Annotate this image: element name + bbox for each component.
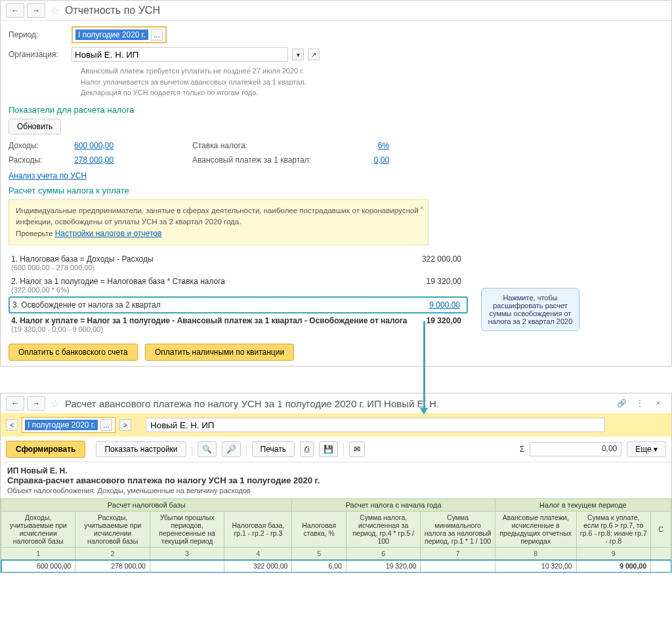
calc2-sub: (322 000,00 * 6%) (11, 286, 409, 294)
col-4: Налоговая база, гр.1 - гр.2 - гр.3 (224, 512, 292, 548)
period-label: Период: (9, 30, 68, 39)
refresh-button[interactable]: Обновить (9, 119, 61, 134)
back-button[interactable]: ← (6, 3, 24, 18)
expense-link[interactable]: 278 000,00 (74, 155, 114, 165)
table-container: Расчет налоговой базы Расчет налога с на… (1, 498, 671, 573)
col-5: Налоговая ставка, % (292, 512, 346, 548)
col-6: Сумма налога, исчисленная за период, гр.… (346, 512, 420, 548)
back-button-2[interactable]: ← (6, 396, 24, 411)
link-icon[interactable]: 🔗 (614, 396, 629, 411)
report-title: Справка-расчет авансового платежа по нал… (7, 475, 665, 485)
advance-link[interactable]: 0,00 (350, 155, 389, 165)
report-header: ИП Новый Е. Н. Справка-расчет авансового… (1, 462, 671, 498)
star-icon-2[interactable]: ☆ (51, 397, 60, 410)
exemption-row[interactable]: 3. Освобождение от налога за 2 квартал 9… (9, 296, 468, 313)
period-next-button[interactable]: > (119, 419, 131, 431)
arrow-icon (423, 321, 425, 413)
calc2-value: 19 320,00 (409, 277, 468, 294)
toolbar-top: ← → ☆ Отчетность по УСН (1, 1, 671, 21)
calc4-value: 19 320,00 (409, 316, 468, 333)
calc3-title: 3. Освобождение от налога за 2 квартал (12, 300, 408, 310)
zoom-in-button[interactable]: 🔍 (198, 441, 217, 457)
save-button[interactable]: 💾 (319, 441, 338, 457)
calc1-title: 1. Налоговая база = Доходы - Расходы (11, 254, 409, 264)
calc1-value: 322 000,00 (409, 254, 468, 271)
copy-button[interactable]: ⎙ (300, 441, 314, 457)
zoom-out-button[interactable]: 🔎 (222, 441, 241, 457)
show-settings-button[interactable]: Показать настройки (96, 441, 186, 457)
report-subtitle: Объект налогообложения: Доходы, уменьшен… (7, 487, 665, 494)
col-7: Сумма минимального налога за налоговый п… (421, 512, 495, 548)
col-1: Доходы, учитываемые при исчислении налог… (1, 512, 75, 548)
star-icon[interactable]: ☆ (51, 5, 60, 17)
period-select-button[interactable]: … (151, 29, 163, 41)
income-label: Доходы: (9, 141, 74, 150)
period-select-button-2[interactable]: … (100, 419, 112, 431)
group-header-1: Расчет налоговой базы (1, 499, 292, 512)
notice-close-icon[interactable]: × (419, 203, 424, 214)
period-bar: < I полугодие 2020 г. … > (1, 413, 671, 437)
section-indicators: Показатели для расчета налога (9, 105, 663, 115)
print-button[interactable]: Печать (252, 441, 295, 457)
period-input-2[interactable]: I полугодие 2020 г. … (22, 417, 116, 433)
action-bar: Сформировать Показать настройки 🔍 🔎 Печа… (1, 437, 671, 462)
generate-button[interactable]: Сформировать (6, 441, 85, 458)
data-row[interactable]: 600 000,00 278 000,00 322 000,00 6,00 19… (1, 560, 671, 573)
window-title: Отчетность по УСН (65, 5, 160, 16)
pay-cash-button[interactable]: Оплатить наличными по квитанции (145, 344, 294, 361)
period-prev-button[interactable]: < (6, 419, 18, 431)
report-org: ИП Новый Е. Н. (7, 466, 665, 475)
group-header-3: Налог в текущем периоде (495, 499, 671, 512)
income-link[interactable]: 600 000,00 (74, 141, 114, 150)
tax-settings-link[interactable]: Настройки налогов и отчетов (55, 229, 162, 238)
calculation-table: Расчет налоговой базы Расчет налога с на… (1, 498, 671, 573)
info-text: Авансовый платеж требуется уплатить не п… (81, 66, 663, 98)
rate-label: Ставка налога: (192, 141, 350, 150)
toolbar2: ← → ☆ Расчет авансового платежа по налог… (1, 393, 671, 413)
section-calculation: Расчет суммы налога к уплате (9, 186, 663, 195)
calc4-sub: (19 320,00 - 0,00 - 9 000,00) (11, 325, 409, 333)
expense-label: Расходы: (9, 155, 74, 165)
advance-label: Авансовый платеж за 1 квартал: (192, 155, 350, 165)
sum-box: 0,00 (530, 442, 621, 456)
window2-title: Расчет авансового платежа по налогу УСН … (65, 398, 611, 409)
col-10: С (651, 512, 671, 548)
col-2: Расходы, учитываемые при исчислении нало… (75, 512, 150, 548)
content-area: Период: I полугодие 2020 г. … Организаци… (1, 21, 671, 366)
more-icon[interactable]: ⋮ (632, 396, 648, 411)
org-open-button[interactable]: ↗ (308, 49, 320, 60)
exemption-value-link[interactable]: 9 000,00 (429, 300, 460, 310)
col-9: Сумма к уплате, если гр.6 > гр.7, то гр.… (576, 512, 650, 548)
callout-tooltip: Нажмите, чтобы расшифровать расчет суммы… (481, 288, 579, 331)
col-8: Авансовые платежи, исчисленные в предыду… (495, 512, 576, 548)
period-input[interactable]: I полугодие 2020 г. … (72, 26, 167, 43)
group-header-2: Расчет налога с начала года (292, 499, 495, 512)
more-button[interactable]: Еще ▾ (627, 441, 666, 457)
calc2-title: 2. Налог за 1 полугодие = Налоговая база… (11, 277, 409, 286)
analysis-link[interactable]: Анализ учета по УСН (9, 171, 87, 180)
usn-report-window: ← → ☆ Отчетность по УСН Период: I полуго… (0, 0, 672, 367)
org-label: Организация: (9, 50, 68, 59)
forward-button[interactable]: → (27, 3, 45, 18)
col-3: Убытки прошлых периодов, перенесенные на… (150, 512, 224, 548)
mail-button[interactable]: ✉ (349, 441, 365, 457)
org-input[interactable] (72, 47, 288, 62)
calc4-title: 4. Налог к уплате = Налог за 1 полугодие… (11, 316, 409, 325)
calculation-detail-window: ← → ☆ Расчет авансового платежа по налог… (0, 393, 672, 573)
sum-label: Σ (520, 445, 524, 454)
pay-bank-button[interactable]: Оплатить с банковского счета (9, 344, 138, 361)
close-icon[interactable]: × (650, 396, 666, 411)
calc1-sub: (600 000,00 - 278 000,00) (11, 264, 409, 271)
forward-button-2[interactable]: → (27, 396, 45, 411)
rate-link[interactable]: 6% (350, 141, 389, 150)
covid-notice: × Индивидуальные предприниматели, заняты… (9, 199, 429, 246)
org-field-2[interactable] (146, 418, 605, 432)
org-dropdown-button[interactable]: ▾ (292, 49, 304, 60)
